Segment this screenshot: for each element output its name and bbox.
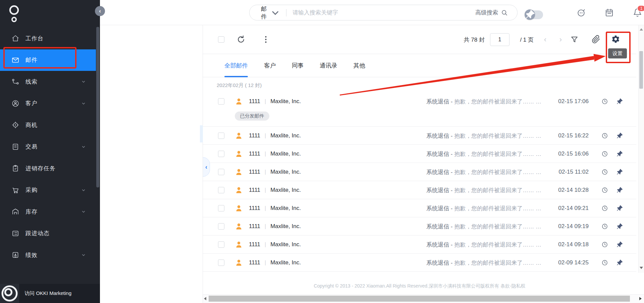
clock-icon[interactable] [601,205,608,212]
sidebar-item-performance[interactable]: 绩效 [0,244,96,266]
filter-funnel-icon[interactable] [570,35,579,44]
email-row[interactable]: 1111|Maxlite, Inc.系统退信 - 抱歉，您的邮件被退回来了…… … [203,217,636,235]
scroll-up-arrow[interactable] [640,28,643,31]
email-subject: 系统退信 - 抱歉，您的邮件被退回来了…… … [426,98,541,105]
page-total-label: / 1 页 [520,25,534,54]
vertical-scrollbar-thumb[interactable] [639,51,643,89]
clock-icon[interactable] [601,223,608,230]
email-sender: 1111|Maxlite, Inc. [249,241,301,248]
sidebar-item-mail[interactable]: 邮件 [0,49,96,71]
pin-toggle[interactable] [525,10,543,19]
email-row[interactable]: 1111|Maxlite, Inc.系统退信 - 抱歉，您的邮件被退回来了…… … [203,235,636,254]
okki-marketing-icon [0,284,19,303]
sidebar-collapse-button[interactable]: ‹ [95,6,105,16]
email-row[interactable]: 1111|Maxlite, Inc.系统退信 - 抱歉，您的邮件被退回来了…… … [203,181,636,199]
pin-icon[interactable] [616,187,623,193]
search-scope-select[interactable]: 邮件 [250,5,280,20]
pin-icon[interactable] [616,259,623,266]
email-row[interactable]: 1111|Maxlite, Inc.系统退信 - 抱歉，您的邮件被退回来了…… … [203,163,636,181]
email-checkbox[interactable] [218,223,224,230]
email-row[interactable]: 1111|Maxlite, Inc.系统退信 - 抱歉，您的邮件被退回来了…… … [203,91,636,127]
sidebar-item-task[interactable]: 进销存任务 [0,158,96,179]
clock-icon[interactable] [601,150,608,157]
attachment-paperclip-icon[interactable] [592,35,600,44]
calendar-icon[interactable] [605,8,614,17]
sidebar-scrollbar-thumb[interactable] [96,27,99,187]
email-row[interactable]: 1111|Maxlite, Inc.系统退信 - 抱歉，您的邮件被退回来了…… … [203,145,636,163]
tab-全部邮件[interactable]: 全部邮件 [224,54,248,77]
tab-客户[interactable]: 客户 [264,54,276,77]
chevron-down-icon [81,188,86,192]
email-checkbox[interactable] [218,98,224,105]
settings-gear-icon[interactable] [611,35,620,44]
refresh-icon[interactable] [236,35,246,44]
email-row[interactable]: 1111|Maxlite, Inc.系统退信 - 抱歉，您的邮件被退回来了…… … [203,127,636,145]
sidebar-item-label: 跟进动态 [25,229,50,237]
clock-icon[interactable] [601,187,608,193]
pin-icon[interactable] [616,223,623,230]
email-row[interactable]: 1111|Maxlite, Inc.系统退信 - 抱歉，您的邮件被退回来了…… … [203,254,636,272]
clock-icon[interactable] [601,241,608,248]
sender-avatar-icon [235,241,243,249]
email-checkbox[interactable] [218,205,224,212]
email-time: 02-15 16:06 [558,150,589,157]
email-checkbox[interactable] [218,151,224,157]
prev-page-button[interactable]: ‹ [544,25,546,54]
sender-avatar-icon [235,97,243,105]
more-actions-kebab-icon[interactable] [261,35,270,44]
sender-avatar-icon [235,150,243,158]
sidebar-item-purchase[interactable]: 采购 [0,179,96,201]
sidebar-item-opportunity[interactable]: 商机 [0,114,96,136]
copyright-footer: Copyright © 2013 - 2022 Xiaoman.All Righ… [203,283,636,289]
page-number-input[interactable] [490,33,509,46]
pin-icon[interactable] [616,205,623,212]
email-checkbox[interactable] [218,260,224,266]
pin-icon[interactable] [616,169,623,175]
clock-icon[interactable] [601,259,608,266]
horizontal-scrollbar-thumb[interactable] [209,296,630,302]
notification-badge: 1 [637,5,644,12]
sidebar-item-leads[interactable]: 线索 [0,71,96,93]
tab-同事[interactable]: 同事 [292,54,304,77]
search-input[interactable] [292,9,475,16]
chevron-down-icon [81,79,86,84]
pin-icon[interactable] [616,132,623,139]
pin-icon[interactable] [616,150,623,157]
clock-icon[interactable] [601,169,608,175]
pin-toggle-knob [525,9,535,20]
tab-通讯录[interactable]: 通讯录 [320,54,337,77]
assistant-chat-icon[interactable] [577,8,586,17]
email-checkbox[interactable] [218,187,224,193]
tab-其他[interactable]: 其他 [354,54,365,77]
email-sender: 1111|Maxlite, Inc. [249,223,301,230]
scroll-right-arrow[interactable] [639,297,642,300]
email-checkbox[interactable] [218,133,224,139]
email-time: 02-15 16:22 [558,132,589,139]
next-page-button[interactable]: › [559,25,562,54]
pin-icon[interactable] [616,98,623,105]
email-checkbox[interactable] [218,169,224,175]
sidebar-item-label: 商机 [25,121,38,129]
sidebar-item-customer[interactable]: 客户 [0,93,96,115]
task-icon [11,164,19,172]
email-sender: 1111|Maxlite, Inc. [249,150,301,157]
search-divider [286,9,286,16]
sidebar-item-deal[interactable]: 交易 [0,136,96,158]
sidebar-item-home[interactable]: 工作台 [0,28,96,49]
chevron-down-icon [81,101,86,106]
advanced-search-button[interactable]: 高级搜索 [475,9,508,16]
search-box[interactable]: 邮件 高级搜索 [249,5,518,20]
marketing-link[interactable]: 访问 OKKI Marketing [0,284,100,303]
clock-icon[interactable] [601,98,608,105]
pin-icon[interactable] [616,241,623,248]
scroll-down-arrow[interactable] [640,267,643,269]
select-all-checkbox[interactable] [218,36,224,43]
sidebar-item-inventory[interactable]: 库存 [0,201,96,223]
email-checkbox[interactable] [218,242,224,248]
clock-icon[interactable] [601,132,608,139]
mail-icon [11,56,19,64]
email-row[interactable]: 1111|Maxlite, Inc.系统退信 - 抱歉，您的邮件被退回来了…… … [203,199,636,217]
app-logo-icon [8,4,21,25]
scroll-left-arrow[interactable] [204,297,206,300]
sidebar-item-feed[interactable]: 跟进动态 [0,223,96,245]
